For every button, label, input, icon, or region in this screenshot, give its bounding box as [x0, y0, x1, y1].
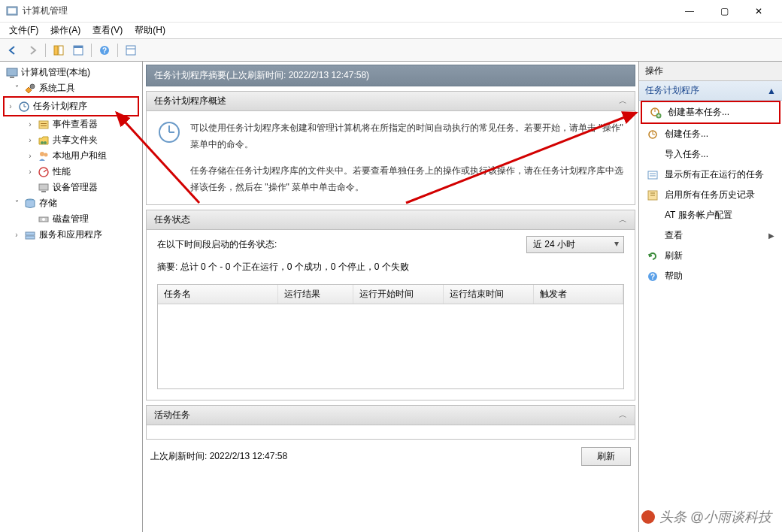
tree-shared-folders[interactable]: › 共享文件夹 [2, 132, 141, 148]
svg-rect-2 [54, 46, 58, 55]
collapse-icon: ︿ [619, 95, 627, 107]
col-task-name[interactable]: 任务名 [158, 285, 278, 304]
chevron-right-icon: ▶ [768, 231, 774, 240]
status-range-label: 在以下时间段启动的任务状态: [157, 238, 277, 251]
svg-text:?: ? [650, 273, 655, 281]
svg-point-29 [42, 218, 45, 221]
status-summary: 摘要: 总计 0 个 - 0 个正在运行，0 个成功，0 个停止，0 个失败 [147, 256, 635, 284]
chevron-right-icon: › [6, 102, 15, 110]
event-viewer-icon [38, 119, 50, 131]
forward-button[interactable] [24, 42, 41, 59]
collapse-icon: ︿ [619, 214, 627, 225]
chevron-down-icon: ˅ [12, 199, 21, 207]
highlight-task-scheduler: › 任务计划程序 [3, 96, 139, 116]
content-pane: 任务计划程序摘要(上次刷新时间: 2022/2/13 12:47:58) 任务计… [143, 62, 639, 532]
tree-services-apps[interactable]: › 服务和应用程序 [2, 227, 141, 243]
menu-action[interactable]: 操作(A) [44, 23, 86, 38]
menu-file[interactable]: 文件(F) [3, 23, 44, 38]
tree-local-users[interactable]: › 本地用户和组 [2, 148, 141, 164]
status-header[interactable]: 任务状态 ︿ [147, 210, 635, 230]
overview-text-1: 可以使用任务计划程序来创建和管理计算机将在所指定的时间自动执行的常见任务。若要开… [190, 120, 624, 153]
svg-rect-43 [648, 171, 657, 179]
maximize-button[interactable]: ▢ [707, 0, 741, 23]
tree-disk-management[interactable]: › 磁盘管理 [2, 211, 141, 227]
properties-button[interactable] [70, 42, 86, 59]
users-icon [38, 150, 50, 162]
col-run-result[interactable]: 运行结果 [278, 285, 353, 304]
tree-task-scheduler[interactable]: › 任务计划程序 [6, 98, 136, 114]
clock-icon [18, 101, 30, 113]
shared-folder-icon [38, 135, 50, 147]
tree-pane: 计算机管理(本地) ˅ 系统工具 › 任务计划程序 › 事件查看器 › 共享文件… [0, 62, 143, 532]
app-icon [6, 5, 18, 17]
highlight-create-basic: 创建基本任务... [641, 101, 780, 124]
summary-header: 任务计划程序摘要(上次刷新时间: 2022/2/13 12:47:58) [146, 65, 635, 86]
collapse-icon: ︿ [619, 410, 627, 421]
svg-point-20 [44, 141, 47, 144]
svg-rect-25 [39, 184, 48, 190]
overview-section: 任务计划程序概述 ︿ 可以使用任务计划程序来创建和管理计算机将在所指定的时间自动… [146, 91, 635, 205]
back-button[interactable] [5, 42, 21, 59]
list-icon [647, 169, 659, 181]
action-create-task[interactable]: 创建任务... [639, 124, 782, 144]
watermark: 头条 @小雨谈科技 [641, 508, 771, 526]
help-button[interactable]: ? [96, 42, 113, 59]
chevron-right-icon: › [26, 136, 35, 144]
svg-point-12 [30, 84, 35, 89]
menu-help[interactable]: 帮助(H) [129, 23, 171, 38]
col-trigger[interactable]: 触发者 [534, 285, 623, 304]
close-button[interactable]: ✕ [741, 0, 776, 23]
title-bar: 计算机管理 — ▢ ✕ [0, 0, 782, 23]
tree-event-viewer[interactable]: › 事件查看器 [2, 116, 141, 132]
actions-pane: 操作 任务计划程序 ▲ 创建基本任务... 创建任务... 导入任务... 显示… [639, 62, 782, 532]
menu-view[interactable]: 查看(V) [86, 23, 129, 38]
tree-device-manager[interactable]: › 设备管理器 [2, 180, 141, 195]
svg-line-24 [44, 170, 47, 172]
tree-performance[interactable]: › 性能 [2, 164, 141, 180]
show-hide-tree-button[interactable] [50, 42, 67, 59]
action-show-running[interactable]: 显示所有正在运行的任务 [639, 165, 782, 185]
col-run-end[interactable]: 运行结束时间 [444, 285, 534, 304]
action-create-basic-task[interactable]: 创建基本任务... [642, 102, 779, 122]
svg-text:?: ? [102, 47, 107, 55]
svg-rect-8 [126, 46, 135, 55]
tree-storage[interactable]: ˅ 存储 [2, 195, 141, 211]
toolbar: ? [0, 39, 782, 62]
overview-header[interactable]: 任务计划程序概述 ︿ [147, 92, 635, 111]
tree-root[interactable]: 计算机管理(本地) [2, 65, 141, 80]
actions-group-title: 任务计划程序 ▲ [639, 81, 782, 101]
svg-point-19 [41, 141, 44, 144]
active-tasks-header[interactable]: 活动任务 ︿ [147, 406, 635, 425]
clock-large-icon [157, 120, 181, 144]
svg-rect-16 [39, 121, 48, 128]
action-view[interactable]: 查看 ▶ [639, 225, 782, 246]
help-icon: ? [647, 271, 659, 283]
computer-icon [6, 67, 18, 79]
status-range-select[interactable]: 近 24 小时 [526, 236, 624, 253]
svg-point-21 [40, 152, 44, 156]
active-tasks-section: 活动任务 ︿ [146, 405, 635, 440]
action-enable-history[interactable]: 启用所有任务历史记录 [639, 185, 782, 205]
device-icon [38, 182, 50, 194]
action-import-task[interactable]: 导入任务... [639, 144, 782, 165]
chevron-right-icon: › [26, 120, 35, 128]
extra-tool-button[interactable] [123, 42, 139, 59]
svg-rect-26 [41, 191, 46, 192]
col-run-start[interactable]: 运行开始时间 [353, 285, 444, 304]
action-at-service[interactable]: AT 服务帐户配置 [639, 205, 782, 225]
action-help[interactable]: ? 帮助 [639, 266, 782, 286]
chevron-right-icon: › [26, 168, 35, 176]
svg-point-22 [44, 153, 48, 156]
status-section: 任务状态 ︿ 在以下时间段启动的任务状态: 近 24 小时 摘要: 总计 0 个… [146, 210, 635, 401]
last-refresh-label: 上次刷新时间: 2022/2/13 12:47:58 [150, 450, 287, 463]
performance-icon [38, 166, 50, 178]
services-icon [24, 229, 36, 241]
tree-system-tools[interactable]: ˅ 系统工具 [2, 80, 141, 96]
menu-bar: 文件(F) 操作(A) 查看(V) 帮助(H) [0, 23, 782, 39]
svg-rect-18 [41, 125, 47, 126]
svg-rect-5 [74, 46, 83, 48]
minimize-button[interactable]: — [672, 0, 707, 23]
refresh-button[interactable]: 刷新 [581, 447, 631, 466]
action-refresh[interactable]: 刷新 [639, 246, 782, 266]
clock-add-icon [650, 107, 662, 119]
